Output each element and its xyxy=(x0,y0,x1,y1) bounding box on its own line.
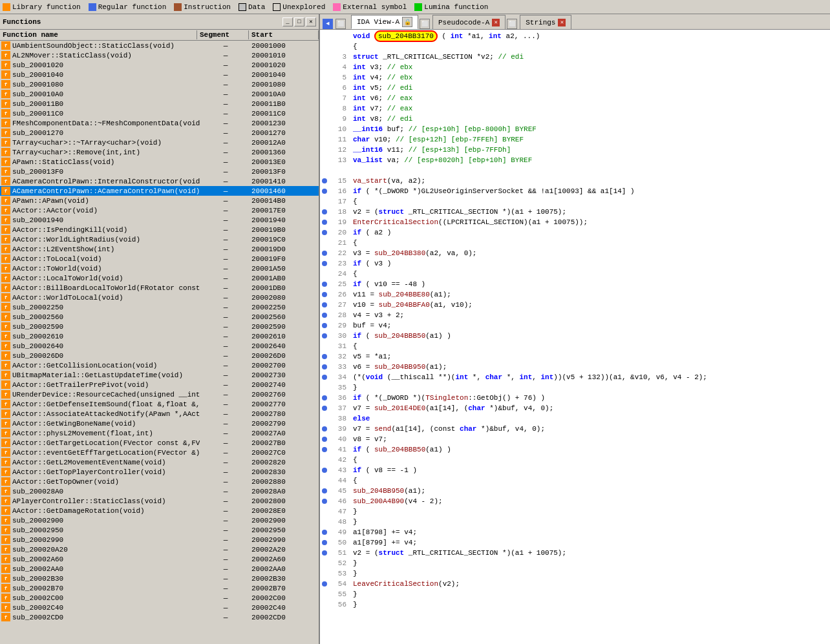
func-row[interactable]: fAActor::GetTargetLocation(FVector const… xyxy=(0,438,319,448)
func-segment: — xyxy=(200,410,251,418)
code-line: 56} xyxy=(320,599,830,610)
breakpoint-dot xyxy=(322,375,327,380)
line-dot xyxy=(320,280,329,289)
maximize-button[interactable]: □ xyxy=(294,17,304,26)
line-content: int v7; // eax xyxy=(352,105,830,112)
line-dot xyxy=(320,600,329,609)
breakpoint-dot xyxy=(322,282,327,287)
func-name: sub_20002A60 xyxy=(12,556,200,563)
func-start: 20002590 xyxy=(251,323,317,331)
func-row[interactable]: fAActor::ToLocal(void)—200019F0 xyxy=(0,254,319,264)
func-row[interactable]: fsub_200028A0—200028A0 xyxy=(0,486,319,496)
func-row[interactable]: fsub_20002CD0—20002CD0 xyxy=(0,612,319,622)
func-icon: f xyxy=(1,80,10,88)
func-row[interactable]: fAPawn::APawn(void)—200014B0 xyxy=(0,196,319,205)
line-number: 19 xyxy=(329,218,352,226)
func-row[interactable]: fAActor::L2EventShow(int)—200019D0 xyxy=(0,244,319,254)
func-row[interactable]: fUBitmapMaterial::GetLastUpdateTime(void… xyxy=(0,370,319,380)
func-row[interactable]: fAActor::GetDamageRotation(void)—200028E… xyxy=(0,506,319,515)
func-row[interactable]: fAActor::IsPendingKill(void)—200019B0 xyxy=(0,225,319,234)
func-row[interactable]: fACameraControlPawn::InternalConstructor… xyxy=(0,176,319,186)
func-row[interactable]: fsub_20002900—20002900 xyxy=(0,515,319,525)
func-row[interactable]: fAActor::GetTopPlayerController(void)—20… xyxy=(0,467,319,477)
func-segment: — xyxy=(200,333,251,340)
func-row[interactable]: fsub_20002950—20002950 xyxy=(0,525,319,535)
func-row[interactable]: fsub_200011B0—200011B0 xyxy=(0,99,319,109)
func-row[interactable]: fsub_20002560—20002560 xyxy=(0,312,319,322)
func-row[interactable]: fAActor::GetTrailerPrePivot(void)—200027… xyxy=(0,380,319,390)
line-dot xyxy=(320,507,329,516)
func-row[interactable]: fAActor::GetL2MovementEventName(void)—20… xyxy=(0,457,319,467)
func-row[interactable]: fsub_200013F0—200013F0 xyxy=(0,167,319,176)
minimize-button[interactable]: _ xyxy=(282,17,293,26)
func-icon: f xyxy=(1,526,10,534)
func-row[interactable]: fsub_200026D0—200026D0 xyxy=(0,351,319,360)
func-row[interactable]: fsub_20002AA0—20002AA0 xyxy=(0,564,319,574)
func-row[interactable]: fAActor::WorldToLocal(void)—20002080 xyxy=(0,293,319,302)
func-row[interactable]: fTArray<uchar>::~TArray<uchar>(void)—200… xyxy=(0,138,319,147)
func-row[interactable]: fAL2NMover::StaticClass(void)—20001010 xyxy=(0,50,319,60)
func-row[interactable]: fUAmbientSoundObject::StaticClass(void)—… xyxy=(0,41,319,50)
func-row[interactable]: fAActor::eventGetEffTargetLocation(FVect… xyxy=(0,448,319,457)
tab-strings[interactable]: Strings ✕ xyxy=(520,15,571,29)
func-row[interactable]: fAActor::LocalToWorld(void)—20001AB0 xyxy=(0,273,319,283)
func-row[interactable]: fAActor::ToWorld(void)—20001A50 xyxy=(0,264,319,273)
tab-strings-close-button[interactable]: ✕ xyxy=(558,19,566,26)
code-line: 6 int v5; // edi xyxy=(320,83,830,93)
functions-list[interactable]: fUAmbientSoundObject::StaticClass(void)—… xyxy=(0,41,319,644)
func-segment: — xyxy=(200,594,251,602)
func-row[interactable]: fsub_20001270—20001270 xyxy=(0,128,319,138)
func-row[interactable]: fAActor::AActor(void)—200017E0 xyxy=(0,205,319,215)
func-name: AActor::BillBoardLocalToWorld(FRotator c… xyxy=(12,284,200,292)
func-segment: — xyxy=(200,565,251,573)
func-start: 20002730 xyxy=(251,371,317,379)
func-row[interactable]: fTArray<uchar>::Remove(int,int)—20001360 xyxy=(0,147,319,157)
func-row[interactable]: fsub_200020A20—20002A20 xyxy=(0,545,319,554)
func-row[interactable]: fsub_20002A60—20002A60 xyxy=(0,554,319,564)
func-row[interactable]: fsub_20002610—20002610 xyxy=(0,331,319,341)
func-row[interactable]: fsub_20002590—20002590 xyxy=(0,322,319,331)
func-row[interactable]: fsub_20001080—20001080 xyxy=(0,79,319,89)
func-row[interactable]: fsub_200010A0—200010A0 xyxy=(0,89,319,99)
tab-pseudocode-a[interactable]: Pseudocode-A ✕ xyxy=(432,15,505,29)
nav-icon-2[interactable]: ⬜ xyxy=(335,19,346,29)
func-row[interactable]: fsub_20001040—20001040 xyxy=(0,70,319,79)
tab-ida-view-a[interactable]: IDA View-A 🔒 xyxy=(351,15,418,29)
func-row[interactable]: fAActor::AssociateAttackedNotify(APawn *… xyxy=(0,409,319,419)
code-line: 31 { xyxy=(320,341,830,351)
func-row[interactable]: fAActor::physL2Movement(float,int)—20002… xyxy=(0,428,319,438)
tab-pseudocode-close-button[interactable]: ✕ xyxy=(492,19,500,26)
code-area[interactable]: void sub_204BB3170 ( int *a1, int a2, ..… xyxy=(320,30,830,644)
func-row[interactable]: fsub_20002250—20002250 xyxy=(0,302,319,312)
func-segment: — xyxy=(200,158,251,166)
func-segment: — xyxy=(200,71,251,79)
func-row[interactable]: fsub_20001940—20001940 xyxy=(0,215,319,225)
func-row[interactable]: fsub_20002C00—20002C00 xyxy=(0,593,319,603)
func-row[interactable]: fFMeshComponentData::~FMeshComponentData… xyxy=(0,118,319,128)
func-row[interactable]: fAPlayerController::StaticClass(void)—20… xyxy=(0,496,319,506)
func-icon: f xyxy=(1,99,10,108)
func-start: 20001230 xyxy=(251,119,317,127)
func-row[interactable]: fAActor::GetCollisionLocation(void)—2000… xyxy=(0,360,319,370)
func-row[interactable]: fsub_20002640—20002640 xyxy=(0,341,319,351)
func-row[interactable]: fAActor::GetWingBoneName(void)—20002790 xyxy=(0,419,319,428)
func-row[interactable]: fAActor::GetTopOwner(void)—20002880 xyxy=(0,477,319,486)
kw-void: void xyxy=(353,32,370,40)
func-row[interactable]: fAActor::WorldLightRadius(void)—200019C0 xyxy=(0,234,319,244)
close-button[interactable]: ✕ xyxy=(306,17,316,26)
func-row[interactable]: fURenderDevice::ResourceCached(unsigned … xyxy=(0,390,319,399)
func-row[interactable]: fsub_20002B70—20002B70 xyxy=(0,583,319,593)
func-row[interactable]: fACameraControlPawn::ACameraControlPawn(… xyxy=(0,186,319,196)
func-row[interactable]: fAPawn::StaticClass(void)—200013E0 xyxy=(0,157,319,167)
func-row[interactable]: fsub_20001020—20001020 xyxy=(0,60,319,70)
func-row[interactable]: fAActor::BillBoardLocalToWorld(FRotator … xyxy=(0,283,319,293)
line-number: 10 xyxy=(329,125,352,133)
line-content: { xyxy=(352,239,830,247)
func-row[interactable]: fsub_200011C0—200011C0 xyxy=(0,109,319,118)
nav-icon-1[interactable]: ◄ xyxy=(323,19,333,29)
func-row[interactable]: fAActor::GetDefenseItemSound(float &,flo… xyxy=(0,399,319,409)
func-row[interactable]: fsub_20002990—20002990 xyxy=(0,535,319,545)
code-lines-container: {3 struct _RTL_CRITICAL_SECTION *v2; // … xyxy=(320,41,830,610)
func-row[interactable]: fsub_20002C40—20002C40 xyxy=(0,603,319,612)
func-row[interactable]: fsub_20002B30—20002B30 xyxy=(0,574,319,583)
